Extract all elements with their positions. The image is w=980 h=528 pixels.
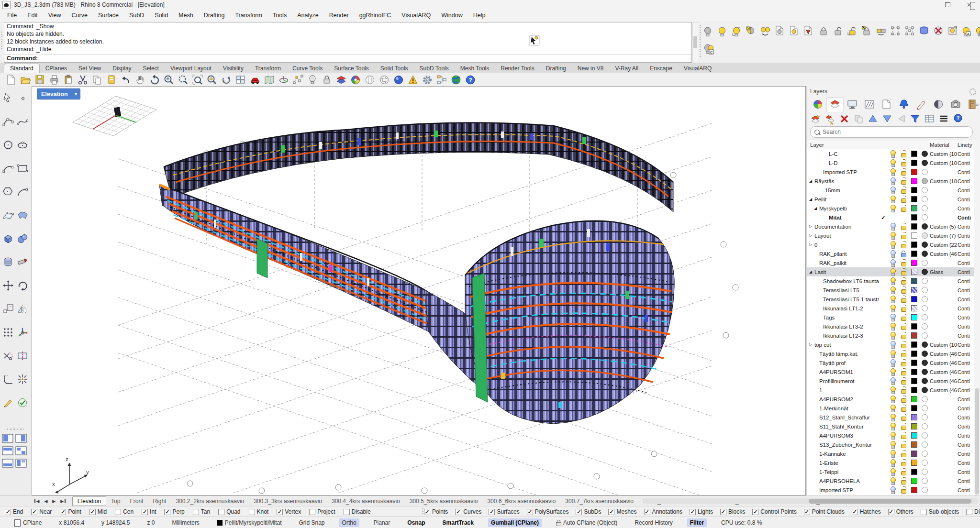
layer-visibility-bulb-icon[interactable] [890, 159, 896, 166]
toolbar-tab[interactable]: SubD Tools [414, 64, 455, 73]
layer-name[interactable]: Ikkunalasi LT3-2 [823, 324, 863, 330]
freeform-curve-icon[interactable] [17, 120, 28, 125]
delete-layer-icon[interactable] [841, 116, 847, 122]
layer-row[interactable]: Ikkunalasi LT2-3 Conti [807, 331, 975, 340]
layer-color-swatch[interactable] [911, 369, 917, 375]
layer-color-swatch[interactable] [911, 169, 917, 175]
layer-color-swatch[interactable] [911, 178, 917, 184]
layer-lock-icon[interactable] [900, 368, 907, 375]
earth-icon[interactable] [452, 76, 460, 84]
layer-name[interactable]: Imported STP [823, 169, 857, 175]
layer-row[interactable]: A4PURSOM1 Custom (46 Conti [807, 367, 975, 376]
menu-item[interactable]: Solid [149, 10, 173, 21]
panel-toggle-icon[interactable] [970, 2, 975, 10]
layer-material-circle[interactable] [922, 351, 928, 357]
layer-visibility-bulb-icon[interactable] [890, 168, 896, 176]
layer-name[interactable]: 1-Merkinnät [819, 406, 848, 411]
layer-visibility-bulb-icon[interactable] [890, 468, 896, 475]
layer-material-name[interactable]: Custom (7) [930, 233, 958, 239]
layer-row[interactable]: Layout Custom (7) Conti [807, 231, 975, 240]
swap-hide-bulb-icon[interactable] [746, 27, 754, 34]
checkbox-icon[interactable] [455, 509, 461, 515]
show-selected-bulb-icon[interactable] [733, 27, 740, 36]
layer-linetype[interactable]: Conti [958, 151, 975, 157]
osnap-toggle[interactable]: Perp [164, 508, 184, 515]
layer-name[interactable]: top cut [814, 342, 831, 348]
checkbox-icon[interactable] [89, 509, 96, 515]
layer-visibility-bulb-icon[interactable] [890, 232, 896, 239]
status-item[interactable]: CPU use: 0.8 % [718, 518, 765, 527]
bulb-b-icon[interactable]: B [977, 27, 980, 36]
layer-expand-icon[interactable] [809, 224, 814, 229]
layer-color-swatch[interactable] [911, 260, 917, 266]
show-in-detail-icon[interactable] [791, 26, 797, 35]
layer-lock-icon[interactable] [900, 259, 907, 266]
layer-color-swatch[interactable] [911, 396, 917, 402]
filter-toggle[interactable]: Lights [690, 508, 713, 515]
layer-row[interactable]: Ikkunalasi LT1-2 Conti [807, 304, 975, 313]
layer-material-name[interactable]: Custom (5) [930, 224, 958, 230]
checkbox-icon[interactable] [31, 509, 37, 515]
viewport-tab[interactable]: Top [106, 497, 125, 506]
layer-linetype[interactable]: Conti [958, 187, 975, 193]
layer-material-circle[interactable] [922, 387, 928, 393]
select-arrow-icon[interactable] [4, 93, 10, 102]
viewport-tab[interactable]: Elevation [72, 496, 106, 506]
gumball-icon[interactable] [19, 328, 28, 337]
demote-icon[interactable] [899, 115, 904, 122]
status-item[interactable]: x 81056.4 [56, 518, 87, 527]
first-tab-icon[interactable]: ◀ [34, 499, 39, 504]
layer-visibility-bulb-icon[interactable] [890, 432, 896, 439]
layer-material-circle[interactable] [922, 169, 928, 175]
toolbar-tab[interactable]: Drafting [540, 64, 572, 73]
toolbar-tab[interactable]: CPlanes [40, 64, 73, 73]
layer-visibility-bulb-icon[interactable] [890, 223, 896, 230]
rectangle-icon[interactable] [18, 165, 28, 172]
surface-3pt-icon[interactable] [3, 212, 13, 219]
layer-color-swatch[interactable] [911, 351, 917, 357]
split-icon[interactable] [18, 352, 27, 360]
checkbox-icon[interactable] [852, 509, 858, 515]
toolbar-tab[interactable]: Standard [4, 64, 40, 73]
layer-color-swatch[interactable] [911, 469, 917, 475]
save-icon[interactable] [36, 76, 44, 84]
layer-material-circle[interactable] [922, 451, 928, 457]
layer-linetype[interactable]: Conti [958, 206, 975, 211]
layer-lock-icon[interactable] [900, 286, 907, 294]
layer-visibility-bulb-icon[interactable] [890, 268, 896, 275]
layer-visibility-bulb-icon[interactable] [890, 441, 896, 448]
hide-layer-doc-icon[interactable] [805, 26, 812, 35]
layer-material-circle[interactable] [922, 160, 928, 166]
command-drag-handle[interactable] [1, 32, 2, 51]
menu-item[interactable]: Drafting [199, 10, 230, 21]
layer-visibility-bulb-icon[interactable] [890, 450, 896, 457]
checkbox-icon[interactable] [218, 509, 224, 515]
layer-visibility-bulb-icon[interactable] [890, 368, 896, 375]
toolbar-tab[interactable]: Transform [249, 64, 287, 73]
layer-row[interactable]: S11_Stahl_Kontur Conti [807, 422, 975, 431]
layer-name[interactable]: Pellit [814, 197, 826, 202]
filter-toggle[interactable]: Curves [455, 508, 481, 515]
layer-material-circle[interactable] [922, 178, 928, 184]
status-item[interactable]: y 148924.5 [99, 518, 133, 527]
unlock-icon[interactable] [835, 27, 841, 35]
display-icon[interactable] [848, 100, 857, 109]
invert-lock-icon[interactable] [877, 29, 885, 35]
filter-toggle[interactable]: Point Clouds [804, 508, 845, 515]
building-back-wall[interactable] [164, 123, 673, 212]
layer-visibility-bulb-icon[interactable] [890, 296, 896, 303]
viewport-canvas[interactable] [32, 87, 805, 495]
toolbar-tab[interactable]: Display [107, 64, 137, 73]
viewport-tab[interactable]: 300.7_7krs asennuskaavio [560, 497, 638, 506]
layer-material-circle[interactable] [922, 423, 928, 429]
layer-row[interactable]: 1-Kannake Conti [807, 449, 975, 458]
layer-expand-icon[interactable] [809, 270, 814, 274]
layer-lock-icon[interactable] [900, 450, 907, 457]
layer-material-name[interactable]: Custom (10 [930, 342, 958, 348]
layer-visibility-bulb-icon[interactable] [890, 396, 896, 403]
checkbox-icon[interactable] [164, 509, 170, 515]
layer-material-circle[interactable] [922, 242, 928, 248]
layer-lock-icon[interactable] [900, 205, 907, 212]
toolbar-tab[interactable]: Curve Tools [287, 64, 328, 73]
toolbar-tab[interactable]: Render Tools [495, 64, 540, 73]
